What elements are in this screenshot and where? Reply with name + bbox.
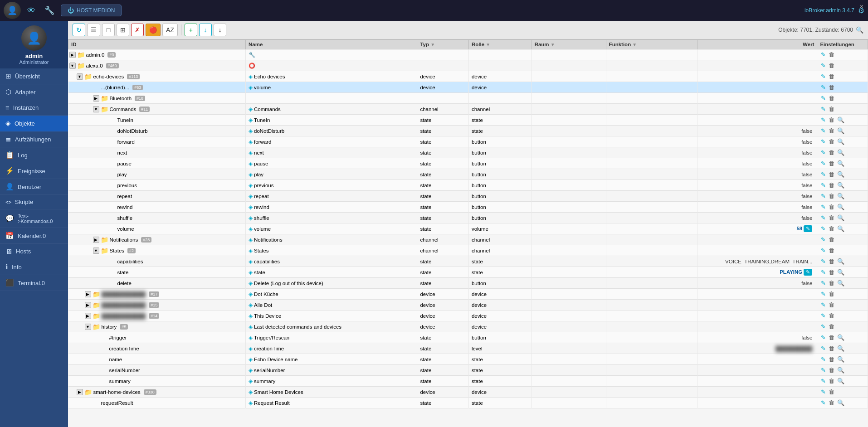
search-row-icon[interactable]: 🔍 bbox=[836, 366, 845, 374]
expand-btn[interactable]: ▼ bbox=[93, 106, 99, 112]
edit-icon[interactable]: ✎ bbox=[820, 366, 827, 374]
expand-btn[interactable]: ▼ bbox=[77, 73, 83, 80]
delete-icon[interactable]: 🗑 bbox=[828, 170, 835, 178]
settings-icon[interactable]: 🔧 bbox=[42, 4, 57, 17]
search-icon[interactable]: 🔍 bbox=[856, 26, 863, 34]
delete-icon[interactable]: 🗑 bbox=[828, 127, 835, 135]
add-button[interactable]: + bbox=[185, 24, 197, 36]
refresh-button[interactable]: ↻ bbox=[73, 24, 85, 36]
delete-icon[interactable]: 🗑 bbox=[828, 73, 835, 80]
delete-icon[interactable]: 🗑 bbox=[828, 181, 835, 189]
expand-btn[interactable]: ▶ bbox=[85, 291, 91, 297]
delete-icon[interactable]: 🗑 bbox=[828, 257, 835, 265]
search-row-icon[interactable]: 🔍 bbox=[836, 268, 845, 276]
sidebar-item-kalender[interactable]: 📅 Kalender.0 bbox=[0, 228, 68, 244]
edit-icon[interactable]: ✎ bbox=[820, 279, 827, 287]
expand-btn[interactable]: ▶ bbox=[85, 313, 91, 319]
sidebar-item-log[interactable]: 📋 Log bbox=[0, 147, 68, 163]
edit-icon[interactable]: ✎ bbox=[820, 388, 827, 396]
expand-btn[interactable]: ▼ bbox=[93, 247, 99, 254]
edit-icon[interactable]: ✎ bbox=[820, 247, 827, 254]
edit-icon[interactable]: ✎ bbox=[820, 149, 827, 156]
delete-icon[interactable]: 🗑 bbox=[828, 203, 835, 211]
edit-icon[interactable]: ✎ bbox=[820, 301, 827, 309]
delete-icon[interactable]: 🗑 bbox=[828, 62, 835, 69]
delete-icon[interactable]: 🗑 bbox=[828, 301, 835, 309]
delete-icon[interactable]: 🗑 bbox=[828, 236, 835, 243]
delete-icon[interactable]: 🗑 bbox=[828, 377, 835, 385]
edit-icon[interactable]: ✎ bbox=[820, 62, 827, 69]
edit-icon[interactable]: ✎ bbox=[820, 138, 827, 146]
search-row-icon[interactable]: 🔍 bbox=[836, 127, 845, 135]
delete-icon[interactable]: 🗑 bbox=[828, 334, 835, 341]
search-row-icon[interactable]: 🔍 bbox=[836, 225, 845, 233]
wert-edit-btn[interactable]: ✎ bbox=[804, 225, 812, 232]
delete-icon[interactable]: 🗑 bbox=[828, 138, 835, 146]
search-row-icon[interactable]: 🔍 bbox=[836, 203, 845, 211]
delete-icon[interactable]: 🗑 bbox=[828, 323, 835, 330]
expand-btn[interactable]: ▶ bbox=[77, 389, 83, 395]
search-row-icon[interactable]: 🔍 bbox=[836, 279, 845, 287]
delete-icon[interactable]: 🗑 bbox=[828, 105, 835, 113]
edit-icon[interactable]: ✎ bbox=[820, 105, 827, 113]
sidebar-item-hosts[interactable]: 🖥 Hosts bbox=[0, 244, 68, 259]
expand-btn[interactable]: ▶ bbox=[93, 237, 99, 243]
search-row-icon[interactable]: 🔍 bbox=[836, 181, 845, 189]
delete-icon[interactable]: 🗑 bbox=[828, 214, 835, 222]
delete-icon[interactable]: 🗑 bbox=[828, 116, 835, 124]
delete-icon[interactable]: 🗑 bbox=[828, 192, 835, 200]
sort-button[interactable]: AZ bbox=[162, 24, 178, 36]
edit-icon[interactable]: ✎ bbox=[820, 334, 827, 341]
import-button[interactable]: ↓ bbox=[199, 24, 212, 36]
edit-icon[interactable]: ✎ bbox=[820, 290, 827, 298]
edit-icon[interactable]: ✎ bbox=[820, 116, 827, 124]
delete-icon[interactable]: 🗑 bbox=[828, 247, 835, 254]
search-row-icon[interactable]: 🔍 bbox=[836, 116, 845, 124]
delete-icon[interactable]: 🗑 bbox=[828, 399, 835, 407]
sidebar-item-terminal[interactable]: ⬛ Terminal.0 bbox=[0, 275, 68, 291]
delete-icon[interactable]: 🗑 bbox=[828, 83, 835, 91]
search-row-icon[interactable]: 🔍 bbox=[836, 149, 845, 156]
edit-icon[interactable]: ✎ bbox=[820, 181, 827, 189]
delete-icon[interactable]: 🗑 bbox=[828, 312, 835, 320]
search-row-icon[interactable]: 🔍 bbox=[836, 160, 845, 167]
edit-icon[interactable]: ✎ bbox=[820, 268, 827, 276]
delete-icon[interactable]: 🗑 bbox=[828, 51, 835, 58]
delete-icon[interactable]: 🗑 bbox=[828, 388, 835, 396]
sidebar-item-benutzer[interactable]: 👤 Benutzer bbox=[0, 179, 68, 195]
delete-button[interactable]: ✗ bbox=[131, 24, 144, 36]
sidebar-item-info[interactable]: ℹ Info bbox=[0, 259, 68, 275]
edit-icon[interactable]: ✎ bbox=[820, 203, 827, 211]
delete-icon[interactable]: 🗑 bbox=[828, 225, 835, 233]
edit-icon[interactable]: ✎ bbox=[820, 192, 827, 200]
sidebar-item-text-kommandos[interactable]: 💬 Text->Kommandos.0 bbox=[0, 209, 68, 228]
delete-icon[interactable]: 🗑 bbox=[828, 149, 835, 156]
edit-icon[interactable]: ✎ bbox=[820, 355, 827, 363]
eye-icon[interactable]: 👁 bbox=[24, 4, 38, 17]
edit-icon[interactable]: ✎ bbox=[820, 214, 827, 222]
sidebar-item-skripte[interactable]: <> Skripte bbox=[0, 195, 68, 209]
expand-btn[interactable]: ▶ bbox=[85, 302, 91, 308]
search-row-icon[interactable]: 🔍 bbox=[836, 192, 845, 200]
delete-icon[interactable]: 🗑 bbox=[828, 345, 835, 352]
sidebar-item-adapter[interactable]: ⬡ Adapter bbox=[0, 84, 68, 100]
edit-icon[interactable]: ✎ bbox=[820, 225, 827, 233]
search-row-icon[interactable]: 🔍 bbox=[836, 214, 845, 222]
edit-icon[interactable]: ✎ bbox=[820, 170, 827, 178]
search-row-icon[interactable]: 🔍 bbox=[836, 345, 845, 352]
expand-btn[interactable]: ▼ bbox=[85, 324, 91, 330]
expand-button[interactable]: ⊞ bbox=[117, 24, 129, 36]
edit-icon[interactable]: ✎ bbox=[820, 236, 827, 243]
delete-icon[interactable]: 🗑 bbox=[828, 355, 835, 363]
search-row-icon[interactable]: 🔍 bbox=[836, 334, 845, 341]
sidebar-item-instanzen[interactable]: ≡ Instanzen bbox=[0, 100, 68, 116]
edit-icon[interactable]: ✎ bbox=[820, 127, 827, 135]
edit-icon[interactable]: ✎ bbox=[820, 51, 827, 58]
search-row-icon[interactable]: 🔍 bbox=[836, 138, 845, 146]
raum-filter-icon[interactable]: ▼ bbox=[551, 42, 555, 47]
edit-icon[interactable]: ✎ bbox=[820, 323, 827, 330]
expand-btn[interactable]: ▶ bbox=[93, 95, 99, 102]
edit-icon[interactable]: ✎ bbox=[820, 73, 827, 80]
edit-icon[interactable]: ✎ bbox=[820, 312, 827, 320]
close-icon[interactable]: × bbox=[855, 0, 868, 13]
